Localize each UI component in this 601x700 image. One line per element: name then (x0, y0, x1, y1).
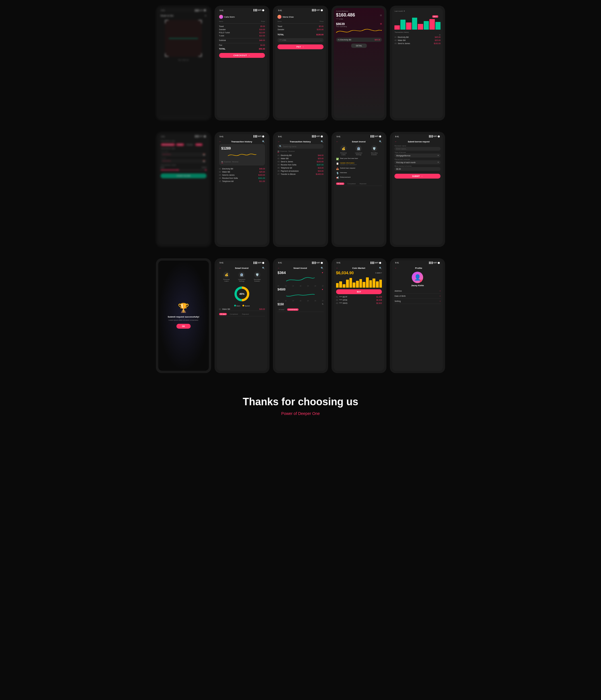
phone-chart: Last month ▼ $925 (390, 6, 445, 121)
tx-filter-icon[interactable]: ⚌ (394, 33, 441, 35)
tab-rejected-d[interactable]: Rejected (241, 313, 250, 315)
search-icon-invest[interactable]: 🔍 (379, 141, 382, 143)
search-icon[interactable]: 🔍 (262, 141, 265, 143)
total-amount: $1289 (221, 146, 263, 150)
range-dot-right[interactable] (205, 169, 207, 171)
from-date-input[interactable]: 19/02/2025 📅 (160, 153, 207, 156)
pay-button[interactable]: PAY → (278, 45, 323, 49)
nav-title-donut: Smart Invest (235, 267, 249, 269)
scan-go-title: Scan & Go (160, 14, 174, 17)
table-row: #4 Receive from Sofia $161.00 (219, 177, 265, 180)
nav-title-borrow: Submit borrow request (408, 141, 430, 143)
filter-tag-traffic[interactable]: Traffic (176, 143, 184, 146)
action-item[interactable]: 📋 Update information Update your informa… (336, 161, 382, 166)
detail-tabs: All deal Investments (278, 307, 323, 312)
search-icon-coin[interactable]: 🔍 (379, 267, 382, 269)
scan-line (169, 38, 198, 39)
back-arrow-borrow[interactable]: ← (394, 141, 397, 143)
back-arrow-detail[interactable]: ← (278, 267, 280, 269)
search-icon-donut[interactable]: 🔍 (262, 267, 265, 269)
last-month-label: Last month ▼ (394, 10, 441, 12)
bar (336, 283, 339, 288)
back-arrow-icon[interactable]: ← (336, 141, 338, 143)
tab-investments[interactable]: Investments (287, 308, 298, 311)
bar (359, 279, 362, 288)
table-row: T-shirt $10.00 (219, 34, 265, 37)
status-bar: 9:41 ▐▐▐ WiFi ⬤ (334, 260, 385, 265)
type-input[interactable]: Mortgage/Borrow ▾ (394, 153, 441, 157)
tab-completed[interactable]: Completed (346, 182, 357, 185)
coin-list: #1 **** BD7F $1,008 #2 **** GF0K $6,608 … (336, 295, 382, 305)
amount-card: $1289 All Expenses Revenue (219, 144, 265, 166)
tab-all-deal-detail[interactable]: All deal (278, 308, 285, 311)
borrower-name-input[interactable]: Enter name... (394, 147, 441, 151)
invest-type-savings[interactable]: 🏦 Long-termSavings (355, 145, 362, 155)
setting-item[interactable]: Setting › (394, 299, 441, 304)
filter-tag-all[interactable]: All transaction (161, 143, 175, 146)
tab-rejected[interactable]: Rejected (359, 182, 368, 185)
edit-avatar-icon[interactable]: ✎ (420, 280, 423, 283)
invest-types: 💰 PersonalLoans 🏦 Long-termSavings 🛡️ Se… (336, 144, 382, 157)
back-arrow-coin[interactable]: ← (336, 267, 338, 269)
search-icon-2[interactable]: 🔍 (321, 141, 323, 143)
arrow-down-icon-2: ▼ (321, 289, 323, 291)
table-row: #1 Electricity Bill $45.00 (394, 35, 441, 39)
avatar (219, 15, 223, 19)
range-dot-left[interactable] (177, 169, 178, 171)
checkout-button[interactable]: CHECKOUT → (219, 53, 265, 58)
invest-savings-donut[interactable]: 🏦 Long-termSavings (238, 272, 245, 282)
invest-securities-donut[interactable]: 🛡️ SecuritiesInvestm. (254, 272, 261, 282)
items-table: Items Price Towel $5.00 Sweater $18.00 (219, 21, 265, 51)
invest-personal-donut[interactable]: 💰 PersonalLoans (224, 272, 230, 282)
action-item[interactable]: 📤 Submit loan request (336, 166, 382, 171)
balance-icon[interactable]: ⚌ (380, 14, 382, 17)
spending-icon[interactable]: ⊞ (380, 23, 382, 25)
filter-tag-loan[interactable]: Loan (195, 143, 202, 146)
corner-bl (165, 53, 168, 57)
filter-content: Transaction type All transaction Traffic… (158, 138, 209, 243)
action-item[interactable]: ✅ Start your first new loan (336, 157, 382, 161)
pay-table-header: Items Price (278, 21, 323, 24)
start-filter-button[interactable]: START FILTER (160, 173, 207, 178)
repayment-input[interactable]: First day of each month ▾ (394, 160, 441, 164)
status-bar: 9:41 ▐▐▐ WiFi ⬤ (334, 134, 385, 138)
submit-button[interactable]: SUBMIT → (394, 174, 441, 179)
table-row: #6 Payment at bookstore $34.00 (278, 170, 323, 173)
page-wrapper: 9:41 ▐▐▐WiFi⬤ Scan & Go ✕ (150, 0, 451, 430)
action-item[interactable]: 📢 Disbursement (336, 175, 382, 180)
back-arrow-donut[interactable]: ← (219, 267, 221, 269)
back-arrow-icon[interactable]: ← (219, 141, 221, 143)
address-item[interactable]: Address › (394, 289, 441, 294)
transaction-title: Transaction history (394, 31, 441, 33)
action-item[interactable]: 🎙️ Interview (336, 171, 382, 175)
user-name: Carla Storm (224, 16, 235, 18)
coin-price-row: $6,034.90 1 week ▾ (336, 271, 382, 275)
period-selector[interactable]: 1 week ▾ (375, 272, 382, 274)
dob-item[interactable]: Date of Birth › (394, 294, 441, 299)
update-icon: 📋 (336, 162, 339, 165)
table-row: Towel $5.00 (219, 25, 265, 28)
buy-button[interactable]: BUY (336, 289, 382, 294)
money-input[interactable]: $0.00 (394, 167, 441, 171)
close-icon[interactable]: ✕ (205, 15, 207, 17)
bar (369, 280, 372, 288)
status-bar: 9:41 ▐▐▐ WiFi ⬤ (217, 134, 267, 138)
detail-button[interactable]: DETAIL (351, 44, 367, 48)
to-date-input[interactable]: 19/02/2025 📅 (160, 159, 207, 163)
ok-button[interactable]: OK (177, 324, 191, 329)
tab-completed-d[interactable]: Completed (229, 313, 239, 315)
search-bar[interactable]: 🔍 Search by name (278, 144, 323, 149)
back-arrow-profile[interactable]: ← (394, 267, 397, 269)
transaction-date-label: Transaction date (160, 148, 207, 150)
range-slider[interactable] (160, 170, 207, 171)
invest-type-personal[interactable]: 💰 PersonalLoans (340, 145, 347, 155)
status-bar-checkout: 9:41 ▐▐▐ WiFi ⬤ (217, 8, 267, 12)
page-footer: Thanks for choosing us Power of Deeper O… (156, 384, 445, 424)
filter-tag-donate[interactable]: Donate (185, 143, 194, 146)
search-icon-detail[interactable]: 🔍 (321, 267, 323, 269)
invest-type-securities[interactable]: 🛡️ SecuritiesInvestm. (371, 145, 377, 155)
card-selector[interactable]: **** 2786 → (278, 38, 323, 42)
tab-all-done[interactable]: All done (336, 182, 345, 185)
tab-all-deal[interactable]: All deal (219, 313, 227, 315)
back-arrow-icon[interactable]: ← (278, 141, 280, 143)
